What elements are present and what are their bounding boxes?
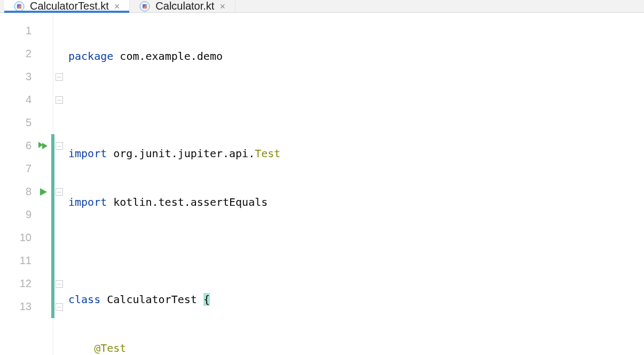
line-number[interactable]: 7 — [0, 157, 53, 180]
line-number[interactable]: 4 — [0, 88, 53, 111]
code-line: class CalculatorTest { — [68, 288, 644, 311]
line-number[interactable]: 11 — [0, 249, 53, 272]
tab-label: CalculatorTest.kt — [30, 0, 109, 12]
line-number[interactable]: 6 — [0, 134, 53, 157]
code-line: @Test — [68, 337, 644, 355]
fold-column — [53, 13, 65, 355]
line-number[interactable]: 10 — [0, 226, 53, 249]
line-number[interactable]: 8 — [0, 180, 53, 203]
editor-tabbar: CalculatorTest.kt × Calculator.kt × — [0, 0, 644, 13]
line-number[interactable]: 9 — [0, 203, 53, 226]
code-line — [68, 240, 644, 263]
fold-toggle-icon[interactable] — [56, 142, 63, 150]
kotlin-file-icon — [14, 1, 25, 12]
code-editor[interactable]: 1 2 3 4 5 6 7 8 9 10 11 12 13 — [0, 13, 644, 355]
tab-calculator[interactable]: Calculator.kt × — [130, 0, 235, 12]
line-number[interactable]: 12 — [0, 272, 53, 295]
run-test-class-icon[interactable] — [37, 140, 49, 152]
fold-toggle-icon[interactable] — [56, 188, 63, 196]
fold-toggle-icon[interactable] — [56, 280, 63, 288]
run-test-method-icon[interactable] — [38, 187, 49, 197]
line-number[interactable]: 3 — [0, 65, 53, 88]
line-number[interactable]: 1 — [0, 19, 53, 42]
code-area[interactable]: package com.example.demo import org.juni… — [65, 13, 644, 355]
line-number[interactable]: 5 — [0, 111, 53, 134]
fold-toggle-icon[interactable] — [56, 96, 63, 104]
close-icon[interactable]: × — [219, 2, 225, 11]
line-number[interactable]: 13 — [0, 295, 53, 318]
gutter: 1 2 3 4 5 6 7 8 9 10 11 12 13 — [0, 13, 53, 355]
fold-toggle-icon[interactable] — [56, 303, 63, 311]
line-number[interactable]: 2 — [0, 42, 53, 65]
fold-toggle-icon[interactable] — [56, 73, 63, 81]
kotlin-file-icon — [139, 1, 150, 12]
close-icon[interactable]: × — [114, 2, 120, 11]
code-line: import org.junit.jupiter.api.Test — [68, 142, 644, 165]
tab-label: Calculator.kt — [155, 0, 214, 12]
code-line: import kotlin.test.assertEquals — [68, 191, 644, 214]
code-line — [68, 94, 644, 117]
tab-calculator-test[interactable]: CalculatorTest.kt × — [4, 0, 130, 12]
code-line: package com.example.demo — [68, 45, 644, 68]
